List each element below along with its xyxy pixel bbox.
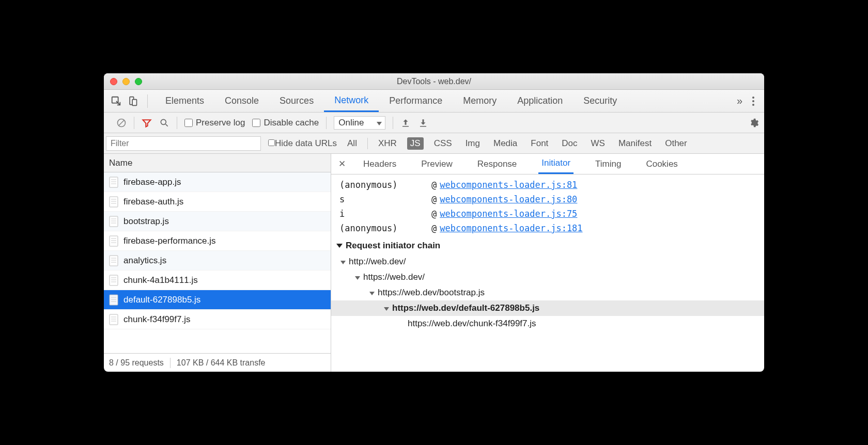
- detail-tab-cookies[interactable]: Cookies: [643, 154, 680, 174]
- filter-type-other[interactable]: Other: [662, 137, 690, 150]
- file-icon: [109, 216, 118, 227]
- detail-tab-response[interactable]: Response: [474, 154, 520, 174]
- filter-input[interactable]: [106, 136, 261, 151]
- stack-source-link[interactable]: webcomponents-loader.js:80: [440, 194, 577, 204]
- filter-type-ws[interactable]: WS: [588, 137, 608, 150]
- detail-tab-headers[interactable]: Headers: [360, 154, 399, 174]
- inspect-element-icon[interactable]: [109, 94, 123, 108]
- divider: [147, 94, 148, 108]
- request-name: firebase-performance.js: [123, 236, 216, 246]
- svg-point-5: [752, 104, 754, 106]
- svg-rect-18: [110, 216, 118, 227]
- filter-type-media[interactable]: Media: [490, 137, 520, 150]
- tab-performance[interactable]: Performance: [379, 90, 453, 112]
- dropdown-icon: [373, 118, 382, 128]
- svg-rect-14: [110, 197, 118, 207]
- network-body: Name firebase-app.jsfirebase-auth.jsboot…: [104, 154, 764, 372]
- download-har-icon[interactable]: [418, 118, 428, 128]
- svg-rect-8: [402, 126, 409, 127]
- transfer-size: 107 KB / 644 KB transfe: [177, 358, 266, 368]
- disable-cache-checkbox[interactable]: Disable cache: [252, 118, 319, 128]
- expand-icon: [369, 288, 375, 298]
- tab-elements[interactable]: Elements: [155, 90, 214, 112]
- divider: [134, 117, 134, 129]
- filter-type-js[interactable]: JS: [407, 137, 424, 150]
- stack-source-link[interactable]: webcomponents-loader.js:75: [440, 209, 577, 219]
- initiator-chain-row[interactable]: https://web.dev/default-627898b5.js: [331, 300, 764, 316]
- request-row[interactable]: chunk-4a1b4111.js: [104, 271, 331, 290]
- filter-type-manifest[interactable]: Manifest: [615, 137, 655, 150]
- detail-tab-preview[interactable]: Preview: [418, 154, 455, 174]
- filter-type-img[interactable]: Img: [462, 137, 483, 150]
- filter-type-font[interactable]: Font: [528, 137, 551, 150]
- hide-data-urls-checkbox[interactable]: Hide data URLs: [268, 138, 337, 149]
- svg-rect-2: [132, 99, 136, 105]
- main-tab-bar: ElementsConsoleSourcesNetworkPerformance…: [104, 90, 764, 113]
- stack-source-link[interactable]: webcomponents-loader.js:81: [440, 180, 577, 190]
- request-name: chunk-f34f99f7.js: [123, 314, 190, 325]
- svg-point-7: [161, 119, 166, 124]
- close-detail-icon[interactable]: ✕: [338, 158, 346, 169]
- initiator-chain-row[interactable]: http://web.dev/: [331, 254, 764, 269]
- request-list-panel: Name firebase-app.jsfirebase-auth.jsboot…: [104, 154, 331, 372]
- request-name: firebase-app.js: [123, 177, 181, 187]
- status-bar: 8 / 95 requests 107 KB / 644 KB transfe: [104, 353, 331, 372]
- upload-har-icon[interactable]: [400, 118, 411, 128]
- search-icon[interactable]: [159, 118, 169, 128]
- tab-console[interactable]: Console: [214, 90, 269, 112]
- stack-source-link[interactable]: webcomponents-loader.js:181: [440, 223, 582, 233]
- divider: [367, 138, 368, 149]
- expand-icon: [340, 257, 346, 267]
- tab-network[interactable]: Network: [324, 90, 379, 112]
- detail-tab-initiator[interactable]: Initiator: [538, 154, 574, 174]
- column-header-name[interactable]: Name: [104, 154, 331, 172]
- preserve-log-checkbox[interactable]: Preserve log: [184, 118, 245, 128]
- request-count: 8 / 95 requests: [109, 358, 164, 368]
- filter-icon[interactable]: [142, 118, 152, 128]
- initiator-detail: (anonymous)@webcomponents-loader.js:81s@…: [331, 174, 764, 372]
- request-row[interactable]: analytics.js: [104, 251, 331, 271]
- filter-type-css[interactable]: CSS: [431, 137, 455, 150]
- filter-type-all[interactable]: All: [344, 137, 360, 150]
- tab-security[interactable]: Security: [573, 90, 627, 112]
- settings-gear-icon[interactable]: [749, 117, 759, 129]
- initiator-chain-row[interactable]: https://web.dev/chunk-f34f99f7.js: [331, 316, 764, 331]
- initiator-chain-row[interactable]: https://web.dev/bootstrap.js: [331, 285, 764, 300]
- kebab-menu-icon[interactable]: [752, 96, 755, 106]
- request-name: analytics.js: [123, 256, 166, 266]
- stack-function: i: [339, 209, 431, 219]
- request-row[interactable]: firebase-app.js: [104, 172, 331, 192]
- svg-rect-30: [110, 275, 118, 285]
- request-row[interactable]: firebase-performance.js: [104, 231, 331, 251]
- expand-icon: [355, 272, 360, 282]
- initiator-chain-title: Request initiator chain: [346, 241, 440, 251]
- stack-function: (anonymous): [339, 180, 431, 190]
- disable-cache-label: Disable cache: [264, 118, 319, 128]
- request-row[interactable]: bootstrap.js: [104, 212, 331, 231]
- preserve-log-label: Preserve log: [196, 118, 245, 128]
- file-icon: [109, 177, 118, 188]
- file-icon: [109, 314, 118, 325]
- title-bar: DevTools - web.dev/: [104, 73, 764, 90]
- tab-sources[interactable]: Sources: [269, 90, 324, 112]
- request-row[interactable]: chunk-f34f99f7.js: [104, 310, 331, 329]
- initiator-chain-row[interactable]: https://web.dev/: [331, 269, 764, 285]
- throttling-select[interactable]: Online: [334, 116, 385, 130]
- request-row[interactable]: default-627898b5.js: [104, 290, 331, 310]
- request-row[interactable]: firebase-auth.js: [104, 192, 331, 212]
- svg-rect-38: [110, 314, 118, 325]
- initiator-chain-header[interactable]: Request initiator chain: [331, 235, 764, 254]
- tab-memory[interactable]: Memory: [453, 90, 507, 112]
- request-list[interactable]: firebase-app.jsfirebase-auth.jsbootstrap…: [104, 172, 331, 353]
- svg-rect-9: [420, 126, 426, 127]
- divider: [326, 117, 327, 129]
- filter-type-doc[interactable]: Doc: [559, 137, 580, 150]
- overflow-tabs-icon[interactable]: »: [737, 95, 742, 107]
- clear-icon[interactable]: [116, 118, 127, 128]
- detail-panel: ✕ HeadersPreviewResponseInitiatorTimingC…: [331, 154, 764, 372]
- device-toolbar-icon[interactable]: [126, 94, 140, 108]
- detail-tab-timing[interactable]: Timing: [592, 154, 624, 174]
- divider: [393, 117, 393, 129]
- tab-application[interactable]: Application: [507, 90, 573, 112]
- filter-type-xhr[interactable]: XHR: [375, 137, 400, 150]
